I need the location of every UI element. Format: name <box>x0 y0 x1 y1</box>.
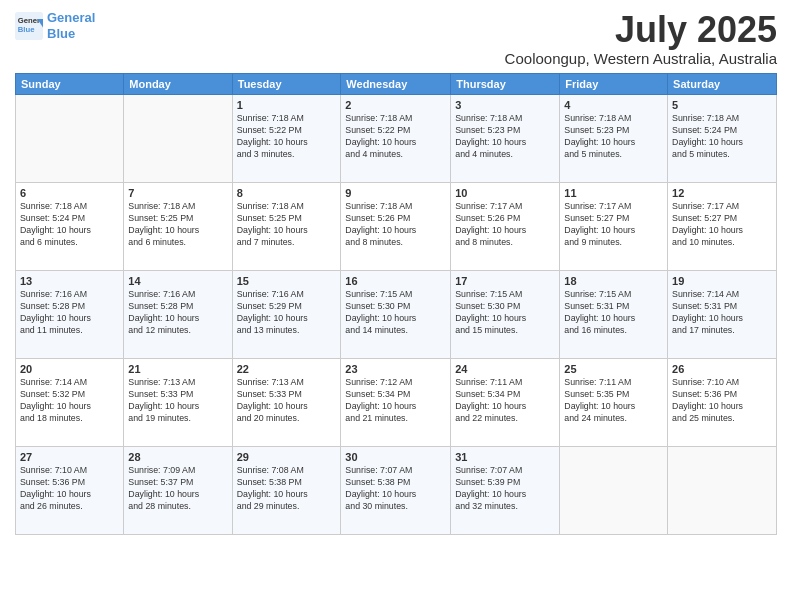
calendar-cell: 22Sunrise: 7:13 AM Sunset: 5:33 PM Dayli… <box>232 358 341 446</box>
day-detail: Sunrise: 7:18 AM Sunset: 5:25 PM Dayligh… <box>128 201 227 249</box>
day-detail: Sunrise: 7:07 AM Sunset: 5:39 PM Dayligh… <box>455 465 555 513</box>
calendar-cell: 7Sunrise: 7:18 AM Sunset: 5:25 PM Daylig… <box>124 182 232 270</box>
day-detail: Sunrise: 7:07 AM Sunset: 5:38 PM Dayligh… <box>345 465 446 513</box>
calendar-cell: 5Sunrise: 7:18 AM Sunset: 5:24 PM Daylig… <box>668 94 777 182</box>
calendar-cell: 6Sunrise: 7:18 AM Sunset: 5:24 PM Daylig… <box>16 182 124 270</box>
day-number: 26 <box>672 362 772 377</box>
day-detail: Sunrise: 7:11 AM Sunset: 5:35 PM Dayligh… <box>564 377 663 425</box>
calendar-cell <box>668 446 777 534</box>
day-number: 11 <box>564 186 663 201</box>
day-number: 23 <box>345 362 446 377</box>
calendar-cell: 21Sunrise: 7:13 AM Sunset: 5:33 PM Dayli… <box>124 358 232 446</box>
calendar-day-header: Sunday <box>16 73 124 94</box>
calendar-week-row: 6Sunrise: 7:18 AM Sunset: 5:24 PM Daylig… <box>16 182 777 270</box>
day-number: 5 <box>672 98 772 113</box>
day-number: 20 <box>20 362 119 377</box>
day-detail: Sunrise: 7:17 AM Sunset: 5:27 PM Dayligh… <box>564 201 663 249</box>
calendar-day-header: Saturday <box>668 73 777 94</box>
calendar-cell: 17Sunrise: 7:15 AM Sunset: 5:30 PM Dayli… <box>451 270 560 358</box>
day-detail: Sunrise: 7:18 AM Sunset: 5:23 PM Dayligh… <box>564 113 663 161</box>
main-title: July 2025 <box>505 10 777 50</box>
calendar-cell: 20Sunrise: 7:14 AM Sunset: 5:32 PM Dayli… <box>16 358 124 446</box>
calendar-week-row: 1Sunrise: 7:18 AM Sunset: 5:22 PM Daylig… <box>16 94 777 182</box>
day-detail: Sunrise: 7:16 AM Sunset: 5:28 PM Dayligh… <box>128 289 227 337</box>
calendar-cell: 10Sunrise: 7:17 AM Sunset: 5:26 PM Dayli… <box>451 182 560 270</box>
day-number: 14 <box>128 274 227 289</box>
day-detail: Sunrise: 7:18 AM Sunset: 5:22 PM Dayligh… <box>345 113 446 161</box>
day-number: 15 <box>237 274 337 289</box>
calendar-week-row: 20Sunrise: 7:14 AM Sunset: 5:32 PM Dayli… <box>16 358 777 446</box>
day-number: 8 <box>237 186 337 201</box>
calendar-day-header: Monday <box>124 73 232 94</box>
calendar-cell: 1Sunrise: 7:18 AM Sunset: 5:22 PM Daylig… <box>232 94 341 182</box>
day-detail: Sunrise: 7:17 AM Sunset: 5:26 PM Dayligh… <box>455 201 555 249</box>
calendar-cell: 18Sunrise: 7:15 AM Sunset: 5:31 PM Dayli… <box>560 270 668 358</box>
day-detail: Sunrise: 7:18 AM Sunset: 5:26 PM Dayligh… <box>345 201 446 249</box>
day-number: 12 <box>672 186 772 201</box>
day-detail: Sunrise: 7:14 AM Sunset: 5:32 PM Dayligh… <box>20 377 119 425</box>
day-detail: Sunrise: 7:18 AM Sunset: 5:24 PM Dayligh… <box>20 201 119 249</box>
calendar-cell: 30Sunrise: 7:07 AM Sunset: 5:38 PM Dayli… <box>341 446 451 534</box>
svg-text:Blue: Blue <box>18 24 35 33</box>
day-detail: Sunrise: 7:15 AM Sunset: 5:31 PM Dayligh… <box>564 289 663 337</box>
calendar-cell: 23Sunrise: 7:12 AM Sunset: 5:34 PM Dayli… <box>341 358 451 446</box>
calendar-cell: 4Sunrise: 7:18 AM Sunset: 5:23 PM Daylig… <box>560 94 668 182</box>
day-number: 18 <box>564 274 663 289</box>
day-number: 16 <box>345 274 446 289</box>
calendar-cell: 27Sunrise: 7:10 AM Sunset: 5:36 PM Dayli… <box>16 446 124 534</box>
calendar-cell <box>560 446 668 534</box>
day-number: 17 <box>455 274 555 289</box>
calendar-cell: 15Sunrise: 7:16 AM Sunset: 5:29 PM Dayli… <box>232 270 341 358</box>
calendar-cell: 19Sunrise: 7:14 AM Sunset: 5:31 PM Dayli… <box>668 270 777 358</box>
calendar-cell: 31Sunrise: 7:07 AM Sunset: 5:39 PM Dayli… <box>451 446 560 534</box>
day-detail: Sunrise: 7:10 AM Sunset: 5:36 PM Dayligh… <box>672 377 772 425</box>
day-detail: Sunrise: 7:13 AM Sunset: 5:33 PM Dayligh… <box>237 377 337 425</box>
day-detail: Sunrise: 7:10 AM Sunset: 5:36 PM Dayligh… <box>20 465 119 513</box>
calendar-day-header: Friday <box>560 73 668 94</box>
day-detail: Sunrise: 7:12 AM Sunset: 5:34 PM Dayligh… <box>345 377 446 425</box>
logo-icon: General Blue <box>15 12 43 40</box>
day-number: 19 <box>672 274 772 289</box>
day-number: 29 <box>237 450 337 465</box>
calendar-week-row: 13Sunrise: 7:16 AM Sunset: 5:28 PM Dayli… <box>16 270 777 358</box>
day-number: 1 <box>237 98 337 113</box>
calendar-cell: 28Sunrise: 7:09 AM Sunset: 5:37 PM Dayli… <box>124 446 232 534</box>
day-number: 28 <box>128 450 227 465</box>
calendar-cell: 14Sunrise: 7:16 AM Sunset: 5:28 PM Dayli… <box>124 270 232 358</box>
day-detail: Sunrise: 7:08 AM Sunset: 5:38 PM Dayligh… <box>237 465 337 513</box>
day-detail: Sunrise: 7:17 AM Sunset: 5:27 PM Dayligh… <box>672 201 772 249</box>
day-detail: Sunrise: 7:14 AM Sunset: 5:31 PM Dayligh… <box>672 289 772 337</box>
logo: General Blue GeneralBlue <box>15 10 95 41</box>
day-detail: Sunrise: 7:18 AM Sunset: 5:25 PM Dayligh… <box>237 201 337 249</box>
day-detail: Sunrise: 7:15 AM Sunset: 5:30 PM Dayligh… <box>455 289 555 337</box>
calendar-day-header: Wednesday <box>341 73 451 94</box>
calendar-cell: 29Sunrise: 7:08 AM Sunset: 5:38 PM Dayli… <box>232 446 341 534</box>
day-number: 7 <box>128 186 227 201</box>
calendar-week-row: 27Sunrise: 7:10 AM Sunset: 5:36 PM Dayli… <box>16 446 777 534</box>
calendar-cell: 9Sunrise: 7:18 AM Sunset: 5:26 PM Daylig… <box>341 182 451 270</box>
sub-title: Cooloongup, Western Australia, Australia <box>505 50 777 67</box>
day-number: 31 <box>455 450 555 465</box>
day-number: 3 <box>455 98 555 113</box>
day-number: 10 <box>455 186 555 201</box>
day-detail: Sunrise: 7:18 AM Sunset: 5:24 PM Dayligh… <box>672 113 772 161</box>
calendar-cell: 8Sunrise: 7:18 AM Sunset: 5:25 PM Daylig… <box>232 182 341 270</box>
day-number: 4 <box>564 98 663 113</box>
day-number: 21 <box>128 362 227 377</box>
day-number: 24 <box>455 362 555 377</box>
day-detail: Sunrise: 7:18 AM Sunset: 5:22 PM Dayligh… <box>237 113 337 161</box>
day-detail: Sunrise: 7:11 AM Sunset: 5:34 PM Dayligh… <box>455 377 555 425</box>
calendar-cell: 26Sunrise: 7:10 AM Sunset: 5:36 PM Dayli… <box>668 358 777 446</box>
day-detail: Sunrise: 7:16 AM Sunset: 5:29 PM Dayligh… <box>237 289 337 337</box>
calendar-cell: 24Sunrise: 7:11 AM Sunset: 5:34 PM Dayli… <box>451 358 560 446</box>
day-number: 9 <box>345 186 446 201</box>
header: General Blue GeneralBlue July 2025 Coolo… <box>15 10 777 67</box>
day-number: 2 <box>345 98 446 113</box>
day-number: 6 <box>20 186 119 201</box>
calendar-day-header: Tuesday <box>232 73 341 94</box>
day-detail: Sunrise: 7:18 AM Sunset: 5:23 PM Dayligh… <box>455 113 555 161</box>
calendar-cell: 3Sunrise: 7:18 AM Sunset: 5:23 PM Daylig… <box>451 94 560 182</box>
calendar-cell: 13Sunrise: 7:16 AM Sunset: 5:28 PM Dayli… <box>16 270 124 358</box>
day-detail: Sunrise: 7:09 AM Sunset: 5:37 PM Dayligh… <box>128 465 227 513</box>
day-number: 13 <box>20 274 119 289</box>
